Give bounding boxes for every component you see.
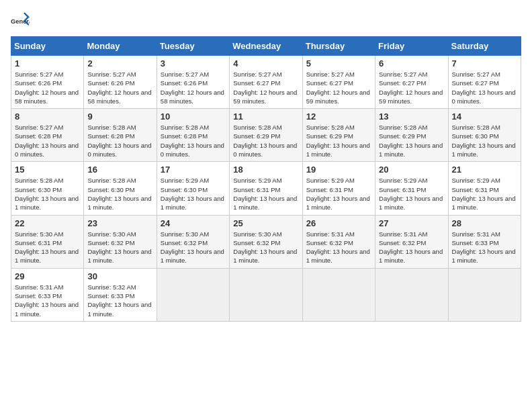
weekday-header-row: SundayMondayTuesdayWednesdayThursdayFrid… [11,37,521,56]
calendar-cell: 3 Sunrise: 5:27 AMSunset: 6:26 PMDayligh… [157,56,229,109]
day-info: Sunrise: 5:27 AMSunset: 6:27 PMDaylight:… [379,70,444,105]
day-info: Sunrise: 5:27 AMSunset: 6:28 PMDaylight:… [15,123,80,158]
calendar-cell: 12 Sunrise: 5:28 AMSunset: 6:29 PMDaylig… [302,109,375,162]
day-info: Sunrise: 5:29 AMSunset: 6:31 PMDaylight:… [379,176,444,212]
calendar-cell: 1 Sunrise: 5:27 AMSunset: 6:26 PMDayligh… [11,56,84,109]
calendar-cell: 16 Sunrise: 5:28 AMSunset: 6:30 PMDaylig… [84,162,157,215]
day-info: Sunrise: 5:30 AMSunset: 6:31 PMDaylight:… [15,230,80,265]
day-info: Sunrise: 5:27 AMSunset: 6:27 PMDaylight:… [306,70,371,105]
calendar-cell: 9 Sunrise: 5:28 AMSunset: 6:28 PMDayligh… [84,109,157,162]
day-number: 13 [379,111,444,122]
calendar-cell: 26 Sunrise: 5:31 AMSunset: 6:32 PMDaylig… [302,215,375,268]
calendar-cell: 10 Sunrise: 5:28 AMSunset: 6:28 PMDaylig… [157,109,229,162]
calendar-cell: 5 Sunrise: 5:27 AMSunset: 6:27 PMDayligh… [302,56,375,109]
calendar-cell [448,268,521,321]
day-info: Sunrise: 5:28 AMSunset: 6:28 PMDaylight:… [161,123,226,158]
weekday-header-thursday: Thursday [302,37,375,56]
day-number: 7 [452,58,517,68]
calendar-cell: 11 Sunrise: 5:28 AMSunset: 6:29 PMDaylig… [230,109,302,162]
day-number: 25 [233,218,298,228]
calendar-cell: 18 Sunrise: 5:29 AMSunset: 6:31 PMDaylig… [230,162,302,215]
calendar-cell: 21 Sunrise: 5:29 AMSunset: 6:31 PMDaylig… [448,162,521,215]
day-info: Sunrise: 5:29 AMSunset: 6:31 PMDaylight:… [233,176,298,212]
day-number: 29 [15,271,80,281]
day-number: 28 [452,218,517,228]
weekday-header-friday: Friday [375,37,448,56]
day-info: Sunrise: 5:29 AMSunset: 6:31 PMDaylight:… [452,176,517,212]
calendar-cell [157,268,229,321]
day-number: 12 [306,111,371,122]
day-number: 22 [15,218,80,228]
day-info: Sunrise: 5:30 AMSunset: 6:32 PMDaylight:… [233,230,298,265]
day-info: Sunrise: 5:31 AMSunset: 6:33 PMDaylight:… [15,283,80,318]
day-number: 4 [233,58,298,68]
calendar-cell: 6 Sunrise: 5:27 AMSunset: 6:27 PMDayligh… [375,56,448,109]
day-number: 21 [452,165,517,175]
day-number: 17 [161,165,226,175]
calendar-cell [302,268,375,321]
day-number: 27 [379,218,444,228]
calendar-week-3: 15 Sunrise: 5:28 AMSunset: 6:30 PMDaylig… [11,162,521,215]
day-number: 23 [87,218,152,228]
day-number: 24 [161,218,226,228]
calendar-week-2: 8 Sunrise: 5:27 AMSunset: 6:28 PMDayligh… [11,109,521,162]
day-number: 18 [233,165,298,175]
day-info: Sunrise: 5:31 AMSunset: 6:33 PMDaylight:… [452,230,517,265]
calendar-cell: 30 Sunrise: 5:32 AMSunset: 6:33 PMDaylig… [84,268,157,321]
day-info: Sunrise: 5:27 AMSunset: 6:26 PMDaylight:… [87,70,152,105]
calendar-cell: 22 Sunrise: 5:30 AMSunset: 6:31 PMDaylig… [11,215,84,268]
weekday-header-monday: Monday [84,37,157,56]
day-info: Sunrise: 5:32 AMSunset: 6:33 PMDaylight:… [87,283,152,318]
calendar-cell: 24 Sunrise: 5:30 AMSunset: 6:32 PMDaylig… [157,215,229,268]
day-info: Sunrise: 5:28 AMSunset: 6:29 PMDaylight:… [233,123,298,158]
day-info: Sunrise: 5:27 AMSunset: 6:26 PMDaylight:… [15,70,80,105]
calendar-cell: 29 Sunrise: 5:31 AMSunset: 6:33 PMDaylig… [11,268,84,321]
day-info: Sunrise: 5:29 AMSunset: 6:31 PMDaylight:… [306,176,371,212]
day-number: 11 [233,111,298,122]
calendar-cell: 14 Sunrise: 5:28 AMSunset: 6:30 PMDaylig… [448,109,521,162]
logo: General [11,11,32,30]
calendar-cell: 13 Sunrise: 5:28 AMSunset: 6:29 PMDaylig… [375,109,448,162]
logo-icon: General [11,11,30,30]
calendar-cell: 28 Sunrise: 5:31 AMSunset: 6:33 PMDaylig… [448,215,521,268]
day-info: Sunrise: 5:27 AMSunset: 6:27 PMDaylight:… [233,70,298,105]
calendar-cell: 15 Sunrise: 5:28 AMSunset: 6:30 PMDaylig… [11,162,84,215]
day-number: 8 [15,111,80,122]
calendar-cell: 17 Sunrise: 5:29 AMSunset: 6:30 PMDaylig… [157,162,229,215]
day-number: 5 [306,58,371,68]
calendar-cell: 27 Sunrise: 5:31 AMSunset: 6:32 PMDaylig… [375,215,448,268]
calendar-cell: 4 Sunrise: 5:27 AMSunset: 6:27 PMDayligh… [230,56,302,109]
calendar-table: SundayMondayTuesdayWednesdayThursdayFrid… [11,36,521,322]
weekday-header-sunday: Sunday [11,37,84,56]
calendar-cell: 8 Sunrise: 5:27 AMSunset: 6:28 PMDayligh… [11,109,84,162]
calendar-cell: 19 Sunrise: 5:29 AMSunset: 6:31 PMDaylig… [302,162,375,215]
day-number: 20 [379,165,444,175]
day-number: 15 [15,165,80,175]
day-info: Sunrise: 5:28 AMSunset: 6:29 PMDaylight:… [306,123,371,158]
day-number: 19 [306,165,371,175]
calendar-cell [230,268,302,321]
weekday-header-wednesday: Wednesday [230,37,302,56]
day-info: Sunrise: 5:28 AMSunset: 6:30 PMDaylight:… [87,176,152,212]
day-info: Sunrise: 5:30 AMSunset: 6:32 PMDaylight:… [87,230,152,265]
calendar-week-1: 1 Sunrise: 5:27 AMSunset: 6:26 PMDayligh… [11,56,521,109]
day-info: Sunrise: 5:28 AMSunset: 6:30 PMDaylight:… [452,123,517,158]
day-info: Sunrise: 5:28 AMSunset: 6:30 PMDaylight:… [15,176,80,212]
day-number: 2 [87,58,152,68]
calendar-week-5: 29 Sunrise: 5:31 AMSunset: 6:33 PMDaylig… [11,268,521,321]
day-info: Sunrise: 5:31 AMSunset: 6:32 PMDaylight:… [306,230,371,265]
day-info: Sunrise: 5:28 AMSunset: 6:28 PMDaylight:… [87,123,152,158]
calendar-cell: 23 Sunrise: 5:30 AMSunset: 6:32 PMDaylig… [84,215,157,268]
day-info: Sunrise: 5:30 AMSunset: 6:32 PMDaylight:… [161,230,226,265]
day-number: 26 [306,218,371,228]
day-info: Sunrise: 5:27 AMSunset: 6:27 PMDaylight:… [452,70,517,105]
day-info: Sunrise: 5:28 AMSunset: 6:29 PMDaylight:… [379,123,444,158]
day-number: 10 [161,111,226,122]
day-number: 1 [15,58,80,68]
header: General [11,11,521,30]
calendar-cell: 20 Sunrise: 5:29 AMSunset: 6:31 PMDaylig… [375,162,448,215]
day-info: Sunrise: 5:31 AMSunset: 6:32 PMDaylight:… [379,230,444,265]
day-number: 14 [452,111,517,122]
day-number: 9 [87,111,152,122]
weekday-header-tuesday: Tuesday [157,37,229,56]
